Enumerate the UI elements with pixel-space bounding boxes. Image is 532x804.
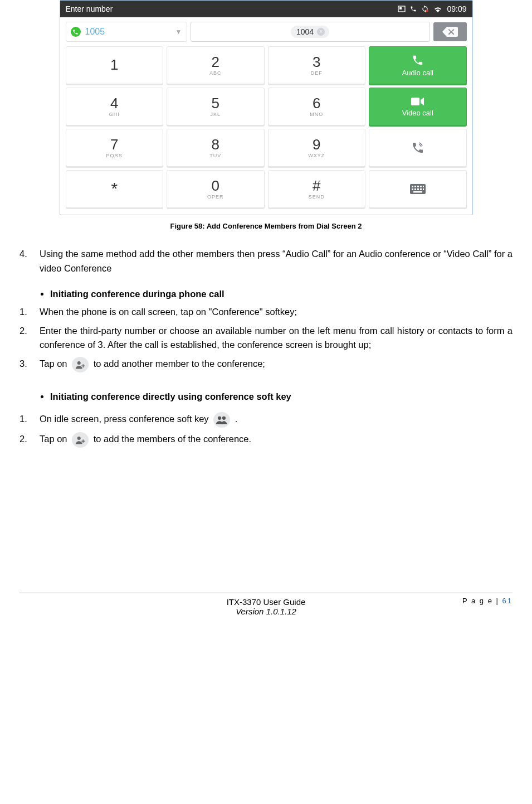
add-member-icon bbox=[72, 432, 89, 448]
keypad-9[interactable]: 9WXYZ bbox=[268, 129, 366, 167]
status-bar-time: 09:09 bbox=[447, 4, 466, 13]
account-number: 1005 bbox=[85, 27, 105, 37]
svg-point-20 bbox=[222, 416, 226, 420]
chevron-down-icon: ▼ bbox=[175, 28, 182, 36]
list-marker: 1. bbox=[19, 412, 30, 428]
svg-rect-1 bbox=[399, 7, 402, 9]
list-marker: 1. bbox=[19, 305, 30, 319]
video-call-button[interactable]: Video call bbox=[369, 88, 467, 125]
screenshot-icon bbox=[398, 6, 406, 12]
svg-point-16 bbox=[77, 361, 81, 365]
chip-label: 1004 bbox=[296, 27, 314, 36]
input-chip[interactable]: 1004 × bbox=[291, 26, 329, 38]
number-input[interactable]: 1004 × bbox=[191, 22, 430, 42]
speaker-call-button[interactable] bbox=[369, 129, 467, 167]
section-heading-bullet: Initiating conference directly using con… bbox=[19, 391, 513, 402]
list-marker: 2. bbox=[19, 324, 30, 352]
keypad-star[interactable]: * bbox=[66, 170, 164, 208]
section2-step2-text: Tap on to add the members of the confere… bbox=[40, 432, 251, 448]
page-footer: P a g e | 61 ITX-3370 User Guide Version… bbox=[19, 593, 513, 616]
svg-rect-5 bbox=[412, 186, 413, 187]
android-status-bar: Enter number 09:09 bbox=[60, 1, 472, 17]
sync-error-icon bbox=[421, 5, 429, 13]
keypad-5[interactable]: 5JKL bbox=[167, 88, 265, 125]
keypad-4[interactable]: 4GHI bbox=[66, 88, 164, 125]
keypad-6[interactable]: 6MNO bbox=[268, 88, 366, 125]
wifi-icon bbox=[433, 6, 442, 12]
account-selector[interactable]: 1005 ▼ bbox=[66, 22, 187, 42]
section1-step2-text: Enter the third-party number or choose a… bbox=[40, 324, 513, 352]
phone-status-icon bbox=[410, 6, 417, 12]
phone-account-icon bbox=[71, 27, 81, 37]
section2-heading: Initiating conference directly using con… bbox=[50, 391, 513, 402]
svg-rect-11 bbox=[414, 188, 416, 190]
svg-point-21 bbox=[77, 437, 81, 440]
list-marker: 3. bbox=[19, 357, 30, 372]
svg-rect-14 bbox=[423, 188, 424, 190]
section1-steps: 1. When the phone is on call screen, tap… bbox=[19, 305, 513, 372]
section2-steps: 1. On idle screen, press conference soft… bbox=[19, 412, 513, 448]
keyboard-toggle-button[interactable] bbox=[369, 170, 467, 208]
svg-rect-8 bbox=[420, 186, 422, 187]
section1-heading: Initiating conference duringa phone call bbox=[50, 289, 513, 299]
svg-rect-3 bbox=[411, 98, 419, 105]
audio-call-label: Audio call bbox=[402, 69, 433, 77]
svg-point-19 bbox=[218, 416, 221, 420]
add-member-icon bbox=[72, 357, 89, 372]
footer-version: Version 1.0.1.12 bbox=[19, 607, 513, 616]
keypad-1[interactable]: 1 bbox=[66, 46, 164, 84]
section-heading-bullet: Initiating conference duringa phone call bbox=[19, 289, 513, 299]
backspace-button[interactable] bbox=[433, 22, 467, 41]
audio-call-button[interactable]: Audio call bbox=[369, 46, 467, 84]
svg-point-2 bbox=[426, 9, 429, 12]
keypad-2[interactable]: 2ABC bbox=[167, 46, 265, 84]
section2-step1-text: On idle screen, press conference soft ke… bbox=[40, 412, 237, 428]
section1-step1-text: When the phone is on call screen, tap on… bbox=[40, 305, 297, 319]
keypad-8[interactable]: 8TUV bbox=[167, 129, 265, 167]
svg-rect-10 bbox=[412, 188, 413, 190]
figure-screenshot: Enter number 09:09 bbox=[19, 0, 513, 215]
keypad-0[interactable]: 0OPER bbox=[167, 170, 265, 208]
footer-guide-title: ITX-3370 User Guide bbox=[19, 597, 513, 607]
keypad-hash[interactable]: #SEND bbox=[268, 170, 366, 208]
keypad-7[interactable]: 7PQRS bbox=[66, 129, 164, 167]
svg-rect-15 bbox=[413, 191, 422, 193]
svg-rect-9 bbox=[423, 186, 424, 187]
svg-rect-6 bbox=[414, 186, 416, 187]
svg-rect-7 bbox=[417, 186, 419, 187]
figure-caption: Figure 58: Add Conference Members from D… bbox=[19, 222, 513, 230]
svg-rect-12 bbox=[417, 188, 419, 190]
status-bar-title: Enter number bbox=[66, 4, 398, 13]
list-marker: 2. bbox=[19, 432, 30, 448]
keyboard-icon bbox=[410, 184, 426, 194]
video-call-label: Video call bbox=[402, 109, 433, 117]
step4-text: Using the same method add the other memb… bbox=[40, 247, 513, 275]
handset-icon bbox=[411, 141, 424, 154]
conference-group-icon bbox=[213, 412, 230, 428]
chip-remove-icon[interactable]: × bbox=[317, 28, 325, 36]
step-list-continuing: 4. Using the same method add the other m… bbox=[19, 247, 513, 275]
svg-rect-13 bbox=[420, 188, 422, 190]
keypad-3[interactable]: 3DEF bbox=[268, 46, 366, 84]
section1-step3-text: Tap on to add another member to the conf… bbox=[40, 357, 265, 372]
list-marker: 4. bbox=[19, 247, 30, 275]
